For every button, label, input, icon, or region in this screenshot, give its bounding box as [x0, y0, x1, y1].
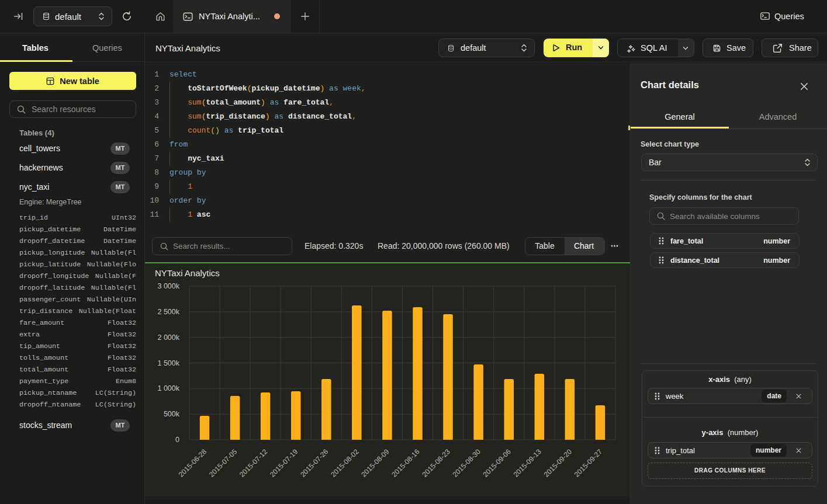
svg-text:2 500k: 2 500k — [157, 308, 179, 316]
svg-text:1 000k: 1 000k — [157, 384, 179, 392]
svg-text:2015-08-16: 2015-08-16 — [390, 447, 421, 479]
svg-text:2015-07-12: 2015-07-12 — [238, 447, 269, 479]
svg-text:500k: 500k — [164, 410, 180, 418]
svg-text:2 000k: 2 000k — [157, 333, 179, 342]
svg-text:0: 0 — [175, 436, 179, 444]
svg-text:2015-06-28: 2015-06-28 — [177, 447, 209, 479]
svg-text:2015-08-02: 2015-08-02 — [329, 447, 361, 479]
svg-text:2015-07-05: 2015-07-05 — [207, 447, 239, 479]
svg-text:2015-09-06: 2015-09-06 — [482, 447, 513, 479]
svg-text:2015-08-23: 2015-08-23 — [420, 447, 452, 479]
svg-text:2015-09-27: 2015-09-27 — [573, 447, 604, 479]
svg-text:2015-07-26: 2015-07-26 — [299, 447, 330, 479]
svg-text:2015-08-09: 2015-08-09 — [359, 447, 391, 479]
svg-text:2015-07-19: 2015-07-19 — [268, 447, 300, 479]
svg-text:1 500k: 1 500k — [157, 359, 179, 367]
svg-text:3 000k: 3 000k — [157, 282, 179, 290]
svg-text:2015-09-20: 2015-09-20 — [542, 447, 574, 479]
svg-text:2015-09-13: 2015-09-13 — [512, 447, 544, 479]
svg-text:2015-08-30: 2015-08-30 — [451, 447, 483, 479]
